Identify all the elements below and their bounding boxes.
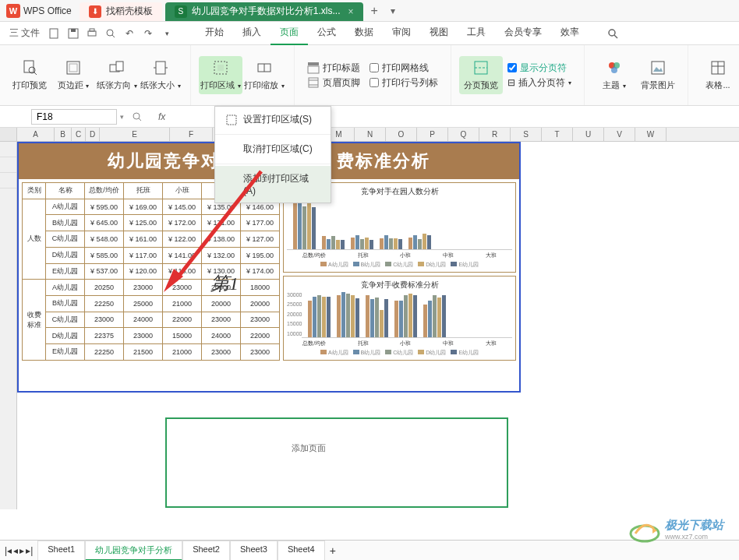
bar [380, 310, 384, 337]
tab-menu-button[interactable]: ▾ [384, 2, 401, 19]
show-page-breaks-checkbox[interactable]: 显示分页符 [507, 62, 571, 75]
chevron-down-icon: ▾ [623, 83, 626, 90]
column-header[interactable]: D [86, 128, 100, 141]
column-header[interactable]: V [604, 128, 635, 141]
column-header[interactable]: W [635, 128, 667, 141]
add-page-placeholder: 添加页面 [292, 442, 326, 454]
bar [389, 238, 393, 249]
undo-icon[interactable]: ↶ [121, 25, 138, 42]
svg-text:W: W [9, 6, 18, 16]
table-format-button[interactable]: 表格... [696, 56, 739, 94]
bar [398, 239, 402, 249]
menu-tab-效率[interactable]: 效率 [551, 21, 589, 45]
bg-image-button[interactable]: 背景图片 [636, 56, 680, 94]
menu-tab-数据[interactable]: 数据 [345, 21, 383, 45]
column-header[interactable]: Q [448, 128, 479, 141]
menu-tab-工具[interactable]: 工具 [458, 21, 495, 45]
bar [346, 294, 350, 337]
column-header[interactable]: N [355, 128, 386, 141]
sheet-nav-prev-icon[interactable]: ◂ [13, 545, 18, 556]
sheet-tab[interactable]: Sheet2 [182, 541, 230, 561]
column-header[interactable]: E [100, 128, 170, 141]
print-area-icon [212, 59, 229, 76]
sheet-nav-last-icon[interactable]: ▸| [26, 545, 33, 556]
sheet-tab[interactable]: Sheet4 [278, 541, 325, 561]
orientation-button[interactable]: 纸张方向 ▾ [95, 56, 139, 94]
paper-size-button[interactable]: 纸张大小 ▾ [139, 56, 182, 94]
redo-icon[interactable]: ↷ [140, 25, 157, 42]
row-header[interactable] [0, 142, 16, 157]
print-icon[interactable] [83, 25, 101, 42]
menu-tab-会员专享[interactable]: 会员专享 [495, 21, 551, 45]
bar [442, 295, 446, 337]
sheet-nav-next-icon[interactable]: ▸ [19, 545, 24, 556]
menu-tab-审阅[interactable]: 审阅 [383, 21, 420, 45]
svg-rect-42 [227, 115, 236, 125]
column-header[interactable]: U [573, 128, 604, 141]
sheet-tab[interactable]: Sheet1 [37, 541, 85, 561]
bar [313, 297, 316, 337]
new-icon[interactable] [46, 25, 63, 42]
bar [322, 297, 326, 337]
column-header[interactable]: B [55, 128, 72, 141]
add-sheet-button[interactable]: + [325, 543, 341, 558]
set-print-area-item[interactable]: 设置打印区域(S) [215, 107, 331, 132]
tab-document[interactable]: S 幼儿园竞争对手数据对比分析1.xls... × [165, 2, 363, 21]
close-icon[interactable]: × [348, 6, 353, 17]
table-row: C幼儿园2300024000220002300023000 [23, 312, 280, 328]
themes-button[interactable]: 主题 ▾ [592, 56, 636, 94]
svg-line-43 [175, 171, 261, 280]
chevron-down-icon[interactable]: ▾ [158, 25, 175, 42]
search-fx-icon[interactable] [132, 111, 143, 122]
column-header[interactable]: C [72, 128, 86, 141]
column-header[interactable]: T [542, 128, 573, 141]
print-area-button[interactable]: 打印区域 ▾ [199, 56, 242, 94]
column-header[interactable]: F [170, 128, 213, 141]
sheet-tab[interactable]: Sheet3 [230, 541, 278, 561]
bar [399, 301, 403, 337]
menu-tab-视图[interactable]: 视图 [420, 21, 458, 45]
chevron-down-icon: ▾ [238, 83, 241, 90]
rowcol-headers-checkbox[interactable]: 打印行号列标 [370, 76, 438, 90]
bar [293, 203, 297, 249]
menu-tab-公式[interactable]: 公式 [308, 21, 345, 45]
spreadsheet-grid[interactable]: ABCDEFGHIJKLMNOPQRSTUVW 幼儿园竞争对费标准分析 类别名称… [0, 128, 739, 509]
column-header[interactable]: A [17, 128, 55, 141]
menu-tab-开始[interactable]: 开始 [196, 21, 233, 45]
column-header[interactable]: P [417, 128, 448, 141]
gridlines-checkbox[interactable]: 打印网格线 [370, 62, 438, 75]
sheet-tab[interactable]: 幼儿园竞争对手分析 [85, 541, 182, 561]
magnifier-icon [21, 59, 38, 76]
search-icon[interactable] [604, 25, 621, 42]
insert-page-break-button[interactable]: ⊟插入分页符 ▾ [507, 76, 571, 90]
bar [365, 238, 369, 248]
save-icon[interactable] [65, 25, 82, 42]
select-all-corner[interactable] [0, 128, 17, 141]
file-menu[interactable]: 三 文件 [5, 25, 44, 42]
page-break-preview-button[interactable]: 分页预览 [459, 56, 503, 94]
menu-tab-页面[interactable]: 页面 [270, 21, 308, 45]
column-header[interactable]: S [511, 128, 542, 141]
tab-templates[interactable]: ⬇ 找稻壳模板 [80, 2, 162, 21]
margins-button[interactable]: 页边距 ▾ [51, 56, 95, 94]
sheet-nav-first-icon[interactable]: |◂ [5, 545, 12, 556]
svg-rect-6 [90, 29, 94, 31]
column-header[interactable]: O [386, 128, 417, 141]
name-box[interactable] [31, 109, 117, 125]
svg-point-34 [611, 67, 617, 73]
preview-icon[interactable] [102, 25, 119, 42]
menu-tab-插入[interactable]: 插入 [233, 21, 270, 45]
print-preview-button[interactable]: 打印预览 [8, 56, 51, 94]
header-footer-button[interactable]: 页眉页脚 [307, 76, 360, 90]
chevron-down-icon: ▾ [86, 83, 89, 90]
bar [322, 236, 326, 249]
column-header[interactable]: R [479, 128, 511, 141]
row-header[interactable] [0, 157, 16, 173]
row-header[interactable] [0, 173, 16, 188]
add-tab-button[interactable]: + [365, 1, 384, 21]
name-box-dropdown-icon[interactable]: ▾ [120, 113, 124, 121]
fx-label[interactable]: fx [158, 111, 165, 122]
svg-point-7 [107, 30, 113, 36]
print-titles-button[interactable]: 打印标题 [307, 62, 360, 75]
print-scale-button[interactable]: 打印缩放 ▾ [242, 56, 286, 94]
